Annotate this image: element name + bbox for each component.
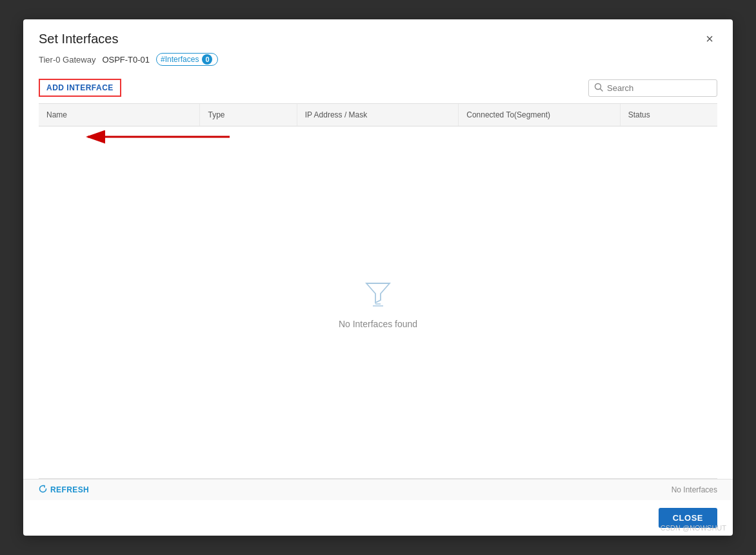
filter-icon: [361, 276, 395, 311]
col-status: Status: [621, 104, 717, 126]
no-interfaces-text: No Interfaces: [671, 485, 717, 494]
interfaces-badge[interactable]: #Interfaces 0: [156, 53, 218, 66]
bottom-action-bar: CLOSE: [23, 500, 733, 536]
modal-title: Set Interfaces: [39, 32, 118, 46]
add-interface-button[interactable]: ADD INTERFACE: [39, 79, 121, 97]
col-type: Type: [200, 104, 297, 126]
gateway-label: Tier-0 Gateway: [39, 55, 95, 65]
badge-count: 0: [202, 54, 212, 65]
refresh-button[interactable]: REFRESH: [39, 485, 89, 495]
table-container: Name Type IP Address / Mask Connected To…: [39, 103, 717, 479]
search-input[interactable]: [607, 83, 711, 93]
modal-title-row: Set Interfaces ×: [39, 31, 717, 46]
refresh-label: REFRESH: [50, 485, 89, 494]
search-icon: [594, 83, 603, 94]
table-header: Name Type IP Address / Mask Connected To…: [39, 104, 717, 126]
toolbar: ADD INTERFACE: [23, 72, 733, 103]
breadcrumb: Tier-0 Gateway OSPF-T0-01 #Interfaces 0: [39, 53, 717, 66]
empty-message: No Interfaces found: [339, 319, 417, 329]
svg-line-1: [601, 88, 603, 91]
ospf-value: OSPF-T0-01: [102, 55, 150, 65]
modal-header: Set Interfaces × Tier-0 Gateway OSPF-T0-…: [23, 19, 733, 72]
col-name: Name: [39, 104, 200, 126]
col-connected: Connected To(Segment): [459, 104, 620, 126]
empty-state: No Interfaces found: [39, 126, 717, 478]
watermark: CSDN @NOWSHUT: [661, 524, 726, 532]
search-box: [588, 79, 717, 97]
table-body: No Interfaces found: [39, 126, 717, 478]
table-footer: REFRESH No Interfaces: [23, 479, 733, 500]
set-interfaces-modal: Set Interfaces × Tier-0 Gateway OSPF-T0-…: [23, 19, 733, 536]
col-ip: IP Address / Mask: [297, 104, 459, 126]
refresh-icon: [39, 485, 47, 495]
badge-text: #Interfaces: [161, 55, 199, 64]
close-x-button[interactable]: ×: [702, 31, 717, 46]
